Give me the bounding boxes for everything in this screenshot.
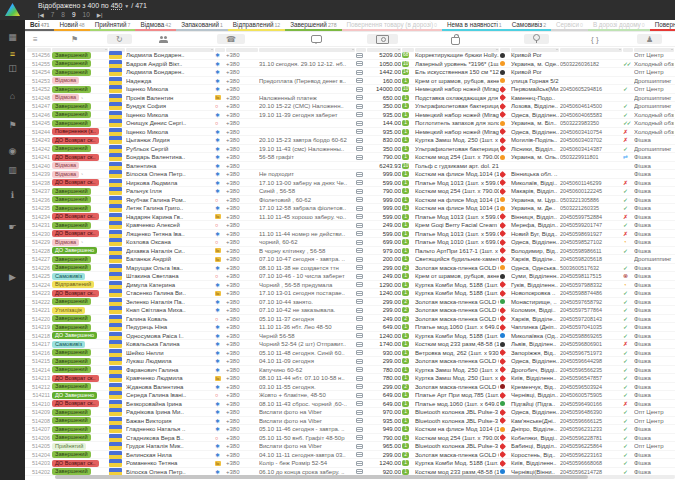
- table-row[interactable]: 514210ДО Возврат ск..Безкоровайна Ірина∗…: [25, 400, 675, 409]
- table-row[interactable]: 514253ВідмоваНадежда∗+380Предоплата (Пер…: [25, 77, 675, 86]
- client-phone[interactable]: +380: [226, 451, 258, 460]
- client-phone[interactable]: +380: [226, 298, 258, 307]
- chat-icon[interactable]: [308, 34, 325, 44]
- tracking-number[interactable]: 0503229911801: [560, 153, 622, 162]
- table-row[interactable]: 514219ЗавершенийПедурець Ніна∗+38011.10 …: [25, 323, 675, 332]
- table-row[interactable]: 514229Відмова◔Козлова Оксана○+380чорний,…: [25, 238, 675, 247]
- client-phone[interactable]: +380: [226, 281, 258, 290]
- client-phone[interactable]: +380: [226, 213, 258, 222]
- table-row[interactable]: 514215ЗавершенийЛукаш Людмила∗+38004.10 …: [25, 357, 675, 366]
- video-icon[interactable]: ▶: [0, 270, 25, 284]
- table-row[interactable]: 514227ЗавершенийБаланюк Андрійlic+38007.…: [25, 255, 675, 264]
- client-phone[interactable]: +380: [226, 315, 258, 324]
- page-button-10[interactable]: 10: [83, 11, 90, 18]
- scrollbar-thumb[interactable]: [55, 475, 588, 479]
- client-phone[interactable]: +380: [226, 357, 258, 366]
- client-phone[interactable]: +380: [226, 119, 258, 128]
- tracking-number[interactable]: 20450597208143: [560, 315, 622, 324]
- tracking-number[interactable]: 20450596225864: [560, 442, 622, 451]
- client-phone[interactable]: +380: [226, 162, 258, 171]
- table-row[interactable]: 514222ЗавершенийЗеленко Наталія Па..∗+38…: [25, 298, 675, 307]
- client-phone[interactable]: +380: [226, 417, 258, 426]
- tracking-number[interactable]: 0503223983350: [560, 119, 622, 128]
- tracking-number[interactable]: 20450596228781: [560, 434, 622, 443]
- tracking-number[interactable]: 20450598986611: [560, 247, 622, 256]
- flag-filter-icon[interactable]: ⚑: [68, 34, 81, 44]
- horizontal-scrollbar[interactable]: [55, 475, 675, 479]
- client-phone[interactable]: +380: [226, 434, 258, 443]
- tracking-number[interactable]: 0503226036182: [560, 60, 622, 69]
- phone-icon[interactable]: ☎: [217, 34, 245, 44]
- client-phone[interactable]: +380: [226, 51, 258, 60]
- tracking-number[interactable]: [560, 51, 622, 60]
- tracking-number[interactable]: 20450598691927: [560, 230, 622, 239]
- tracking-number[interactable]: 20450596547857: [560, 374, 622, 383]
- tracking-number[interactable]: 20450605294816: [560, 85, 622, 94]
- client-phone[interactable]: +380: [226, 272, 258, 281]
- client-phone[interactable]: +380: [226, 230, 258, 239]
- products-icon[interactable]: [448, 34, 463, 44]
- table-row[interactable]: 514206ЗавершенийСтадникова Вера В..○+380…: [25, 434, 675, 443]
- tracking-number[interactable]: [560, 94, 622, 103]
- last-page-icon[interactable]: ▶|: [97, 12, 103, 18]
- tracking-number[interactable]: 20450596806901: [560, 340, 622, 349]
- tab-Самовивіз[interactable]: Самовивіз2: [507, 21, 551, 31]
- tracking-number[interactable]: 20450601146299: [560, 179, 622, 188]
- client-phone[interactable]: +380: [226, 247, 258, 256]
- tab-Відмова[interactable]: Відмова42: [135, 21, 176, 31]
- reports-icon[interactable]: ▥: [0, 163, 25, 177]
- table-row[interactable]: 514225СамовивізШтакина Светлана○+38007.1…: [25, 272, 675, 281]
- finance-icon[interactable]: ⌂: [0, 89, 25, 103]
- app-logo-icon[interactable]: [5, 3, 20, 16]
- table-row[interactable]: 514226ЗавершенийМарущак Ольга Іва..∗+380…: [25, 264, 675, 273]
- tracking-number[interactable]: 20450598527102: [560, 238, 622, 247]
- client-phone[interactable]: +380: [226, 60, 258, 69]
- client-phone[interactable]: +380: [226, 170, 258, 179]
- client-phone[interactable]: +380: [226, 68, 258, 77]
- client-phone[interactable]: +380: [226, 102, 258, 111]
- table-row[interactable]: 514242ЗавершенийРубльок Сергій∗+38019.10…: [25, 145, 675, 154]
- client-phone[interactable]: +380: [226, 77, 258, 86]
- page-size-dropdown[interactable]: 450: [111, 2, 123, 10]
- client-phone[interactable]: +380: [226, 374, 258, 383]
- tracking-number[interactable]: 20450598874486: [560, 289, 622, 298]
- table-row[interactable]: 514246ЗавершенийІщенко Микола∗+38019.10 …: [25, 111, 675, 120]
- tab-Всі[interactable]: Всі471: [25, 21, 54, 31]
- client-phone[interactable]: +380: [226, 332, 258, 341]
- table-row[interactable]: 514221УтилізаціяКнап Світлана Миха..∗+38…: [25, 306, 675, 315]
- support-icon[interactable]: ☛: [0, 220, 25, 234]
- tracking-number[interactable]: 20450603403702: [560, 136, 622, 145]
- table-row[interactable]: 514216ЗавершенийШейко Нелли∗+38005.10 11…: [25, 349, 675, 358]
- table-row[interactable]: 514237ЗавершенийРальчук Ілля∗+380Синій ,…: [25, 187, 675, 196]
- table-row[interactable]: 514245ЗавершенийОнищук Денис Сергі..○+38…: [25, 119, 675, 128]
- table-row[interactable]: 514234ДО Возврат ск..Надарян Карина Гв..…: [25, 213, 675, 222]
- client-phone[interactable]: +380: [226, 383, 258, 392]
- tracking-number[interactable]: 20450596486390: [560, 408, 622, 417]
- status-filter-icon[interactable]: ≡: [30, 34, 41, 44]
- table-row[interactable]: 514203ДО Возврат ск..Романенко Тетянаlic…: [25, 459, 675, 468]
- tracking-number[interactable]: [560, 68, 622, 77]
- refresh-icon[interactable]: ↻: [107, 34, 132, 44]
- client-phone[interactable]: +380: [226, 442, 258, 451]
- tab-Завершений[interactable]: Завершений278: [285, 21, 341, 31]
- tab-Сервіси[interactable]: Сервіси0: [551, 21, 588, 31]
- tracking-number[interactable]: 20450603410754: [560, 128, 622, 137]
- table-row[interactable]: 514217СамовивізКовальська Галина∗+380Чор…: [25, 340, 675, 349]
- client-phone[interactable]: +380: [226, 408, 258, 417]
- page-button-9[interactable]: 9: [72, 11, 76, 18]
- tracking-number[interactable]: 20450596751973: [560, 349, 622, 358]
- client-phone[interactable]: +380: [226, 204, 258, 213]
- dashboard-icon[interactable]: ▦: [0, 30, 25, 44]
- table-row[interactable]: 514231ЗавершенийКравченко Алексей○+38024…: [25, 221, 675, 230]
- table-row[interactable]: 514224ВідправленийДимула Катерина∗+380Чо…: [25, 281, 675, 290]
- tracking-number[interactable]: 20450598205618: [560, 255, 622, 264]
- table-row[interactable]: 514213ДО Возврат ск..Кравченко Людмилаli…: [25, 374, 675, 383]
- table-row[interactable]: 514248Відмова◔Пронів Валентинlic+380Нало…: [25, 94, 675, 103]
- tracking-number[interactable]: 20450596223163: [560, 451, 622, 460]
- first-page-icon[interactable]: |◀: [38, 12, 44, 18]
- tab-Новий[interactable]: Новий48: [54, 21, 89, 31]
- client-phone[interactable]: +380: [226, 128, 258, 137]
- table-row[interactable]: 514236ЗавершенийЯкубчак Галина Ром..○+38…: [25, 196, 675, 205]
- table-row[interactable]: 514235ЗавершенийЛетяк Галина Григо..∗+38…: [25, 204, 675, 213]
- client-phone[interactable]: +380: [226, 238, 258, 247]
